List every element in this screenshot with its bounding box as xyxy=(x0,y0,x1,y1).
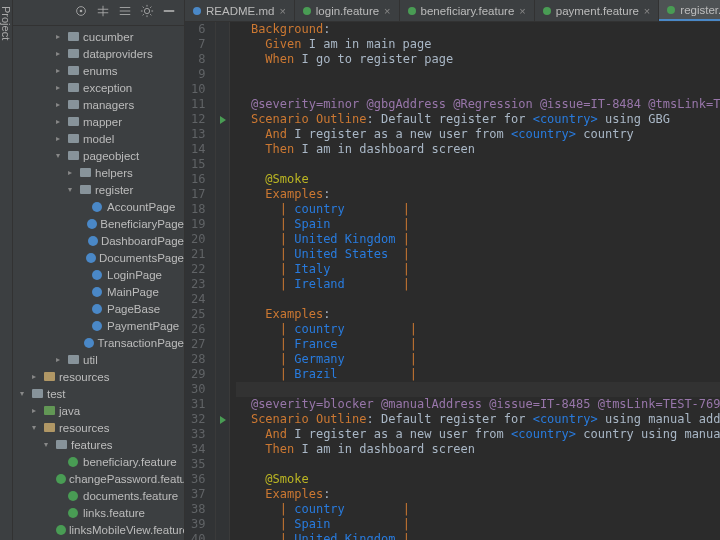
gutter-slot[interactable] xyxy=(216,397,229,412)
gutter-slot[interactable] xyxy=(216,52,229,67)
gutter-slot[interactable] xyxy=(216,277,229,292)
line-number[interactable]: 7 xyxy=(191,37,205,52)
editor-tab[interactable]: payment.feature× xyxy=(535,0,660,21)
tree-arrow-icon[interactable]: ▸ xyxy=(29,406,39,416)
tree-row[interactable]: PageBase xyxy=(13,300,184,317)
gutter-slot[interactable] xyxy=(216,457,229,472)
line-number[interactable]: 22 xyxy=(191,262,205,277)
line-number[interactable]: 25 xyxy=(191,307,205,322)
line-number[interactable]: 40 xyxy=(191,532,205,540)
code-line[interactable]: Given I am in main page xyxy=(236,37,720,52)
gutter-slot[interactable] xyxy=(216,97,229,112)
code-line[interactable]: | country | xyxy=(236,502,720,517)
gutter-slot[interactable] xyxy=(216,427,229,442)
tree-row[interactable]: ▸resources xyxy=(13,368,184,385)
tree-row[interactable]: DashboardPage xyxy=(13,232,184,249)
line-number[interactable]: 30 xyxy=(191,382,205,397)
editor[interactable]: 6789101112131415161718192021222324252627… xyxy=(185,22,720,540)
gutter-slot[interactable] xyxy=(216,112,229,127)
close-icon[interactable]: × xyxy=(384,5,390,17)
gutter-slot[interactable] xyxy=(216,412,229,427)
code-line[interactable]: When I go to register page xyxy=(236,52,720,67)
tree-row[interactable]: LoginPage xyxy=(13,266,184,283)
line-gutter[interactable]: 6789101112131415161718192021222324252627… xyxy=(185,22,216,540)
gutter-slot[interactable] xyxy=(216,442,229,457)
gutter-slot[interactable] xyxy=(216,37,229,52)
code-area[interactable]: Background: Given I am in main page When… xyxy=(230,22,720,540)
line-number[interactable]: 24 xyxy=(191,292,205,307)
gutter-slot[interactable] xyxy=(216,292,229,307)
editor-tab[interactable]: register.feature× xyxy=(659,0,720,21)
code-line[interactable] xyxy=(236,457,720,472)
code-line[interactable]: Scenario Outline: Default register for <… xyxy=(236,412,720,427)
tree-arrow-icon[interactable]: ▸ xyxy=(53,83,63,93)
gutter-slot[interactable] xyxy=(216,187,229,202)
code-line[interactable]: Background: xyxy=(236,22,720,37)
line-number[interactable]: 20 xyxy=(191,232,205,247)
gutter-slot[interactable] xyxy=(216,247,229,262)
tree-row[interactable]: ▾register xyxy=(13,181,184,198)
gear-icon[interactable] xyxy=(140,4,154,21)
tree-row[interactable]: ▸helpers xyxy=(13,164,184,181)
close-icon[interactable]: × xyxy=(644,5,650,17)
gutter-slot[interactable] xyxy=(216,142,229,157)
gutter-slot[interactable] xyxy=(216,472,229,487)
tree-arrow-icon[interactable] xyxy=(77,253,83,263)
tree-row[interactable]: documents.feature xyxy=(13,487,184,504)
gutter-slot[interactable] xyxy=(216,157,229,172)
tree-arrow-icon[interactable]: ▾ xyxy=(29,423,39,433)
line-number[interactable]: 12 xyxy=(191,112,205,127)
tree-row[interactable]: ▸enums xyxy=(13,62,184,79)
run-marker-gutter[interactable] xyxy=(216,22,230,540)
tree-arrow-icon[interactable] xyxy=(77,202,87,212)
line-number[interactable]: 23 xyxy=(191,277,205,292)
tree-arrow-icon[interactable] xyxy=(77,287,87,297)
project-tree[interactable]: ▸cucumber▸dataproviders▸enums▸exception▸… xyxy=(13,26,184,540)
tree-row[interactable]: ▾features xyxy=(13,436,184,453)
gutter-slot[interactable] xyxy=(216,127,229,142)
gutter-slot[interactable] xyxy=(216,487,229,502)
gutter-slot[interactable] xyxy=(216,502,229,517)
line-number[interactable]: 36 xyxy=(191,472,205,487)
tree-row[interactable]: ▾pageobject xyxy=(13,147,184,164)
code-line[interactable] xyxy=(236,67,720,82)
editor-tab[interactable]: README.md× xyxy=(185,0,295,21)
line-number[interactable]: 11 xyxy=(191,97,205,112)
line-number[interactable]: 27 xyxy=(191,337,205,352)
line-number[interactable]: 31 xyxy=(191,397,205,412)
code-line[interactable] xyxy=(236,292,720,307)
code-line[interactable]: | United Kingdom | xyxy=(236,532,720,540)
code-line[interactable]: Examples: xyxy=(236,487,720,502)
tree-row[interactable]: ▾test xyxy=(13,385,184,402)
tree-arrow-icon[interactable] xyxy=(77,338,81,348)
gutter-slot[interactable] xyxy=(216,352,229,367)
gutter-slot[interactable] xyxy=(216,172,229,187)
gutter-slot[interactable] xyxy=(216,382,229,397)
tree-arrow-icon[interactable]: ▸ xyxy=(65,168,75,178)
code-line[interactable]: | Italy | xyxy=(236,262,720,277)
gutter-slot[interactable] xyxy=(216,82,229,97)
code-line[interactable]: @severity=blocker @manualAddress @issue=… xyxy=(236,397,720,412)
line-number[interactable]: 8 xyxy=(191,52,205,67)
tree-arrow-icon[interactable] xyxy=(77,236,84,246)
line-number[interactable]: 14 xyxy=(191,142,205,157)
gutter-slot[interactable] xyxy=(216,322,229,337)
line-number[interactable]: 34 xyxy=(191,442,205,457)
tree-arrow-icon[interactable] xyxy=(77,304,87,314)
code-line[interactable]: @severity=minor @gbgAddress @Regression … xyxy=(236,97,720,112)
tree-row[interactable]: linksMobileView.feature xyxy=(13,521,184,538)
tree-row[interactable]: ▸java xyxy=(13,402,184,419)
code-line[interactable]: @Smoke xyxy=(236,172,720,187)
tree-row[interactable]: ▸managers xyxy=(13,96,184,113)
code-line[interactable]: Scenario Outline: Default register for <… xyxy=(236,112,720,127)
gutter-slot[interactable] xyxy=(216,517,229,532)
gutter-slot[interactable] xyxy=(216,232,229,247)
gutter-slot[interactable] xyxy=(216,217,229,232)
gutter-slot[interactable] xyxy=(216,367,229,382)
close-icon[interactable]: × xyxy=(519,5,525,17)
tree-row[interactable]: TransactionPage xyxy=(13,334,184,351)
editor-tab[interactable]: beneficiary.feature× xyxy=(400,0,535,21)
line-number[interactable]: 19 xyxy=(191,217,205,232)
tree-arrow-icon[interactable]: ▸ xyxy=(53,134,63,144)
tree-row[interactable]: links.feature xyxy=(13,504,184,521)
